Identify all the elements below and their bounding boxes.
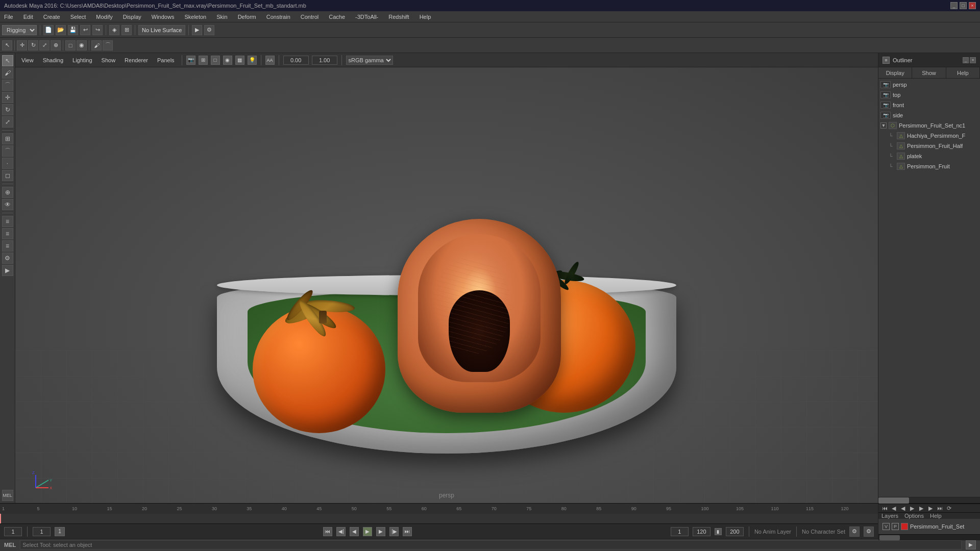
snap-point-icon[interactable]: · [2,158,13,169]
prev-frame-button[interactable]: ◀ [350,527,359,536]
view-menu[interactable]: View [18,56,37,64]
menu-windows[interactable]: Windows [150,13,177,21]
hscroll-thumb[interactable] [879,535,900,540]
pb-prev[interactable]: ◀ [899,504,907,512]
outliner-minimize[interactable]: _ [963,57,969,63]
scale-tool[interactable]: ⤢ [39,40,50,51]
next-frame-button[interactable]: ▶ [376,527,385,536]
menu-constrain[interactable]: Constrain [264,13,292,21]
help-tab-layers[interactable]: Help [930,513,942,519]
range-end-input[interactable] [693,527,710,536]
outliner-item-front[interactable]: 📷 front [878,100,980,110]
pb-prev-key[interactable]: ◀ [890,504,898,512]
anim-prefs-icon[interactable]: ⚙ [864,527,874,537]
layer-v-toggle[interactable]: V [883,523,890,530]
soft-select[interactable]: ◉ [77,40,87,51]
options-tab[interactable]: Options [904,513,924,519]
expand-icon[interactable]: ▼ [880,122,887,129]
show-menu[interactable]: Show [99,56,119,64]
next-key-button[interactable]: |▶ [389,527,399,536]
menu-3dtoall[interactable]: -3DToAll- [353,13,380,21]
select-tool[interactable]: ↖ [2,40,12,51]
timeline-track[interactable] [0,514,878,523]
go-end-button[interactable]: ⏭ [403,527,412,536]
paint-select[interactable]: 🖌 [91,40,102,51]
move-icon[interactable]: ✛ [2,92,13,103]
undo-button[interactable]: ↩ [80,25,90,35]
lights-icon[interactable]: 💡 [248,56,257,65]
pb-start[interactable]: ⏮ [880,504,889,512]
select-icon[interactable]: ↖ [2,55,13,66]
mel-icon[interactable]: MEL [2,490,13,501]
wireframe-icon[interactable]: □ [211,56,220,65]
outliner-tab-show[interactable]: Show [912,67,946,78]
snap-button[interactable]: ⊞ [121,25,132,35]
maximize-button[interactable]: □ [960,2,967,9]
frame-sub-input[interactable] [33,527,51,536]
mel-run-button[interactable]: ▶ [966,540,976,549]
outliner-window-controls[interactable]: _ × [963,57,976,63]
rotate-tool[interactable]: ↻ [28,40,38,51]
smooth-icon[interactable]: ◉ [223,56,232,65]
outliner-close[interactable]: × [970,57,976,63]
menu-redshift[interactable]: Redshift [386,13,411,21]
close-button[interactable]: × [969,2,976,9]
pb-next[interactable]: ▶ [917,504,925,512]
gamma-input[interactable] [312,56,337,65]
color-mode-select[interactable]: sRGB gamma [346,56,393,65]
outliner-item-child1[interactable]: └ △ Hachiya_Persimmon_F [878,131,980,141]
layer-color-swatch[interactable] [901,523,908,530]
channel-icon[interactable]: ≡ [2,240,13,252]
outliner-item-persp[interactable]: 📷 persp [878,80,980,90]
outliner-hscroll[interactable] [878,534,980,540]
menu-skeleton[interactable]: Skeleton [182,13,208,21]
pb-play[interactable]: ▶ [908,504,916,512]
lasso-select[interactable]: ⌒ [103,40,113,51]
renderer-menu[interactable]: Renderer [121,56,151,64]
render-settings-button[interactable]: ⚙ [204,25,214,35]
manipulator-icon[interactable]: ⊕ [2,187,13,198]
menu-select[interactable]: Select [68,13,88,21]
outliner-item-top[interactable]: 📷 top [878,90,980,100]
panels-menu[interactable]: Panels [154,56,178,64]
show-hide-icon[interactable]: 👁 [2,199,13,210]
viewport[interactable]: View Shading Lighting Show Renderer Pane… [15,53,878,503]
menu-file[interactable]: File [2,13,15,21]
total-end-input[interactable] [726,527,744,536]
lighting-menu[interactable]: Lighting [69,56,95,64]
camera-icon[interactable]: 📷 [186,56,195,65]
menu-control[interactable]: Control [299,13,321,21]
prev-key-button[interactable]: ◀| [336,527,346,536]
scale-icon[interactable]: ⤢ [2,116,13,128]
menu-cache[interactable]: Cache [327,13,347,21]
minimize-button[interactable]: _ [950,2,958,9]
snap-curve-icon[interactable]: ⌒ [2,145,13,157]
menu-deform[interactable]: Deform [236,13,258,21]
snap-surface-icon[interactable]: ◻ [2,170,13,181]
new-file-button[interactable]: 📄 [43,25,54,35]
outliner-scrollbar[interactable] [878,497,980,503]
outliner-tab-help[interactable]: Help [946,67,980,78]
rotate-icon[interactable]: ↻ [2,104,13,115]
menu-skin[interactable]: Skin [214,13,229,21]
shading-menu[interactable]: Shading [40,56,66,64]
layer-p-toggle[interactable]: P [892,523,899,530]
pb-end[interactable]: ⏭ [936,504,944,512]
save-file-button[interactable]: 💾 [68,25,78,35]
attribute-icon[interactable]: ≡ [2,228,13,239]
select-button[interactable]: ◈ [109,25,119,35]
render-button[interactable]: ▶ [192,25,202,35]
lasso-icon[interactable]: ⌒ [2,80,13,91]
mode-selector[interactable]: Rigging [2,25,37,35]
outliner-item-child2[interactable]: └ △ Persimmon_Fruit_Half [878,141,980,151]
tool-settings-icon[interactable]: ⚙ [2,253,13,264]
grid-icon[interactable]: ⊞ [199,56,208,65]
layers-tab[interactable]: Layers [881,513,898,519]
mel-input[interactable]: Select Tool: select an object [20,540,962,549]
redo-button[interactable]: ↪ [92,25,103,35]
textured-icon[interactable]: ▦ [235,56,244,65]
outliner-item-child3[interactable]: └ △ platek [878,151,980,161]
menu-create[interactable]: Create [41,13,62,21]
outliner-item-side[interactable]: 📷 side [878,110,980,120]
char-set-icon[interactable]: ⚙ [849,527,860,537]
